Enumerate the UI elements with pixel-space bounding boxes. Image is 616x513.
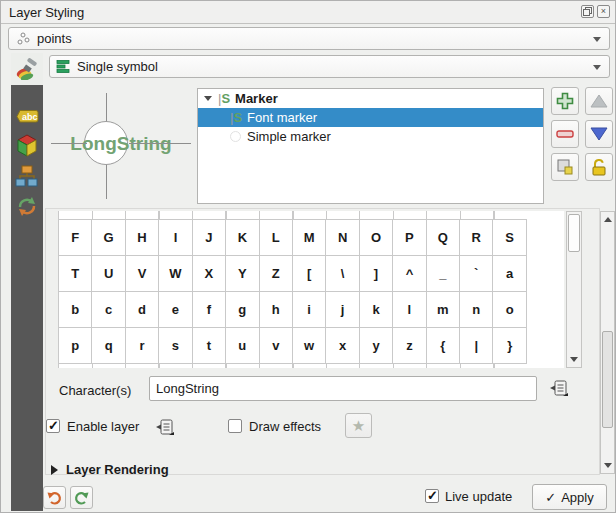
simple-marker-icon [230, 131, 241, 142]
scroll-down-icon[interactable] [568, 353, 580, 366]
char-cell[interactable]: G [92, 220, 125, 256]
scrollbar-thumb[interactable] [568, 214, 580, 252]
char-cell[interactable]: y [360, 328, 393, 364]
tree-item-font-marker[interactable]: |S Font marker [198, 108, 543, 127]
char-cell[interactable]: [ [293, 256, 326, 292]
character-grid-scrollbar[interactable] [566, 211, 582, 368]
char-cell[interactable]: k [360, 292, 393, 328]
char-cell[interactable]: ] [360, 256, 393, 292]
undo-arrow-icon [47, 491, 62, 505]
cube-3d-icon [16, 134, 38, 158]
remove-symbol-layer-button[interactable] [551, 120, 579, 148]
symbol-type-combo[interactable]: Single symbol [49, 55, 610, 78]
char-cell[interactable]: h [260, 292, 293, 328]
char-cell[interactable]: g [226, 292, 259, 328]
char-cell[interactable]: j [326, 292, 359, 328]
add-symbol-layer-button[interactable] [551, 87, 579, 115]
char-cell[interactable]: o [493, 292, 526, 328]
move-layer-up-button[interactable] [585, 87, 613, 115]
char-cell[interactable]: _ [427, 256, 460, 292]
tree-item-marker[interactable]: |S Marker [198, 89, 543, 108]
char-cell[interactable]: f [193, 292, 226, 328]
char-cell[interactable]: J [193, 220, 226, 256]
char-cell[interactable]: O [360, 220, 393, 256]
lock-color-button[interactable] [585, 153, 613, 181]
redo-button[interactable] [70, 486, 93, 509]
char-cell[interactable]: d [126, 292, 159, 328]
char-cell[interactable]: Q [427, 220, 460, 256]
char-cell[interactable]: r [126, 328, 159, 364]
apply-button[interactable]: ✓ Apply [532, 484, 607, 510]
layer-combo-value: points [37, 31, 72, 46]
expander-icon[interactable] [204, 96, 212, 101]
char-cell[interactable]: q [92, 328, 125, 364]
char-cell[interactable]: M [293, 220, 326, 256]
panel-scrollbar[interactable] [600, 211, 615, 474]
char-cell[interactable]: { [427, 328, 460, 364]
char-cell[interactable]: F [59, 220, 92, 256]
layer-rendering-section[interactable]: Layer Rendering [51, 462, 169, 477]
char-cell[interactable]: a [493, 256, 526, 292]
layer-styling-panel: Layer Styling × points Single symbol [0, 0, 616, 513]
char-cell[interactable]: L [260, 220, 293, 256]
char-cell[interactable]: s [159, 328, 192, 364]
char-cell[interactable]: n [460, 292, 493, 328]
char-cell[interactable]: i [293, 292, 326, 328]
sidebar-item-diagrams[interactable] [11, 161, 43, 191]
tree-item-simple-marker[interactable]: Simple marker [198, 127, 543, 146]
char-cell[interactable]: v [260, 328, 293, 364]
char-cell[interactable]: z [393, 328, 426, 364]
char-cell[interactable]: N [326, 220, 359, 256]
draw-effects-checkbox[interactable] [228, 419, 242, 433]
char-cell[interactable]: c [92, 292, 125, 328]
char-cell[interactable]: S [493, 220, 526, 256]
data-defined-override-button[interactable] [545, 376, 573, 402]
char-cell[interactable]: m [427, 292, 460, 328]
char-cell[interactable]: W [159, 256, 192, 292]
undo-button[interactable] [43, 486, 66, 509]
enable-layer-checkbox[interactable] [46, 419, 60, 433]
char-cell[interactable]: t [193, 328, 226, 364]
characters-input[interactable] [149, 376, 537, 401]
sidebar-item-history[interactable] [11, 191, 43, 221]
customize-effects-button[interactable]: ★ [345, 413, 372, 438]
char-cell[interactable]: l [393, 292, 426, 328]
char-cell[interactable]: u [226, 328, 259, 364]
char-cell[interactable]: I [159, 220, 192, 256]
char-cell[interactable]: Z [260, 256, 293, 292]
char-cell[interactable]: ^ [393, 256, 426, 292]
close-icon[interactable]: × [597, 5, 610, 18]
char-cell[interactable]: T [59, 256, 92, 292]
scrollbar-thumb[interactable] [602, 331, 613, 428]
char-cell[interactable]: e [159, 292, 192, 328]
char-cell[interactable]: H [126, 220, 159, 256]
char-cell[interactable]: w [293, 328, 326, 364]
char-cell[interactable]: V [126, 256, 159, 292]
char-cell[interactable]: ` [460, 256, 493, 292]
char-cell[interactable]: K [226, 220, 259, 256]
char-cell[interactable]: U [92, 256, 125, 292]
duplicate-layer-button[interactable] [551, 153, 579, 181]
char-cell[interactable]: R [460, 220, 493, 256]
char-cell[interactable]: \ [326, 256, 359, 292]
char-cell[interactable]: X [193, 256, 226, 292]
live-update-checkbox[interactable] [425, 489, 439, 503]
char-cell[interactable]: b [59, 292, 92, 328]
char-cell[interactable]: | [460, 328, 493, 364]
live-update-label: Live update [445, 489, 512, 504]
sidebar-item-3d-view[interactable] [11, 131, 43, 161]
data-defined-override-button[interactable] [151, 415, 179, 441]
char-cell[interactable]: p [59, 328, 92, 364]
char-cell[interactable]: x [326, 328, 359, 364]
move-layer-down-button[interactable] [585, 120, 613, 148]
layer-select-combo[interactable]: points [8, 27, 610, 50]
char-cell[interactable]: P [393, 220, 426, 256]
scroll-up-icon[interactable] [602, 213, 614, 226]
char-cell[interactable]: Y [226, 256, 259, 292]
float-panel-icon[interactable] [581, 5, 594, 18]
sidebar-item-symbology[interactable] [11, 53, 43, 85]
scroll-down-icon[interactable] [602, 459, 614, 472]
chevron-down-icon [593, 65, 601, 70]
sidebar-item-labels[interactable]: abc [11, 101, 43, 131]
char-cell[interactable]: } [493, 328, 526, 364]
